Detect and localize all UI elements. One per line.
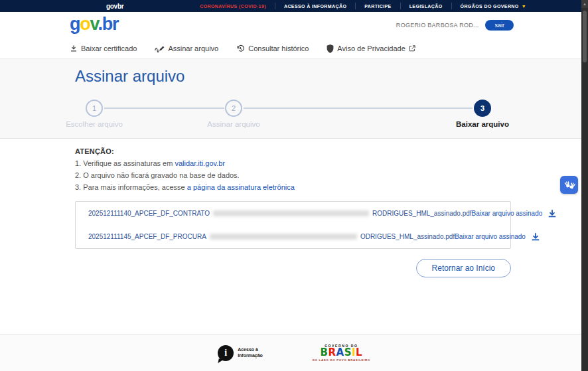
stepper-line (104, 108, 224, 109)
topbar-link-acesso-informacao[interactable]: ACESSO À INFORMAÇÃO (275, 3, 356, 9)
vertical-scrollbar[interactable]: ▲ (581, 0, 588, 371)
sign-language-hands-icon (563, 179, 575, 191)
nav-item-assinar-arquivo[interactable]: Assinar arquivo (155, 44, 218, 52)
download-signed-file-link[interactable]: Baixar arquivo assinado (472, 209, 557, 218)
notice-item-3: 3. Para mais informações, acesse a págin… (75, 184, 588, 191)
return-row: Retornar ao Início (75, 259, 511, 277)
page-hero: Assinar arquivo 1 2 3 Escolher arquivo A… (0, 58, 588, 139)
notice-item-1: 1. Verifique as assinaturas em validar.i… (75, 160, 588, 167)
scroll-up-arrow[interactable]: ▲ (581, 0, 588, 8)
external-link-icon (409, 45, 415, 52)
user-name: ROGERIO BARBOSA ROD... (396, 22, 479, 29)
stepper: 1 2 3 Escolher arquivo Assinar arquivo B… (75, 59, 511, 139)
gov-topbar: govbr CORONAVÍRUS (COVID-19) ACESSO À IN… (0, 0, 588, 12)
step-label-escolher-arquivo: Escolher arquivo (38, 120, 151, 128)
step-circle-1: 1 (86, 100, 103, 117)
notice-item-2: 2. O arquivo não ficará gravado na base … (75, 172, 588, 179)
stepper-line (244, 108, 473, 109)
history-icon (236, 44, 245, 53)
povo-brasileiro-label: DO LADO DO POVO BRASILEIRO (313, 358, 370, 362)
download-icon (548, 209, 557, 218)
step-circle-2: 2 (225, 100, 242, 117)
signature-icon (155, 45, 165, 52)
nav-item-consultar-historico[interactable]: Consultar histórico (236, 44, 309, 53)
brasil-wordmark: BRASIL (321, 348, 363, 358)
site-header: gov.br ROGERIO BARBOSA ROD... sair (0, 12, 588, 38)
file-name: 202512111145_APCEF_DF_PROCURAODRIGUES_HM… (88, 233, 455, 240)
govbr-topbar-logo[interactable]: govbr (106, 3, 123, 10)
nav-item-baixar-certificado[interactable]: Baixar certificado (70, 44, 137, 52)
download-signed-file-link[interactable]: Baixar arquivo assinado (455, 232, 540, 242)
file-row-2: PDF 202512111145_APCEF_DF_PROCURAODRIGUE… (76, 225, 510, 248)
step-circle-3: 3 (474, 100, 491, 117)
redacted-text (210, 234, 357, 240)
govbr-logo[interactable]: gov.br (70, 14, 118, 35)
step-label-assinar-arquivo: Assinar arquivo (177, 120, 290, 128)
download-icon (531, 232, 540, 242)
redacted-text (213, 210, 369, 216)
user-area: ROGERIO BARBOSA ROD... sair (396, 12, 514, 38)
topbar-link-legislacao[interactable]: LEGISLAÇÃO (401, 3, 452, 9)
governo-do-brasil-logo[interactable]: GOVERNO DO BRASIL DO LADO DO POVO BRASIL… (313, 344, 370, 362)
topbar-links: CORONAVÍRUS (COVID-19) ACESSO À INFORMAÇ… (191, 0, 535, 12)
shield-icon (327, 44, 334, 53)
step-label-baixar-arquivo: Baixar arquivo (426, 120, 539, 128)
download-icon (70, 44, 78, 52)
acesso-informacao-logo[interactable]: i Acesso à Informação (218, 345, 263, 361)
return-home-button[interactable]: Retornar ao Início (416, 259, 511, 277)
topbar-link-participe[interactable]: PARTICIPE (356, 3, 400, 9)
signed-files-list: PDF 202512111140_APCEF_DF_CONTRATORODRIG… (75, 201, 511, 249)
logout-button[interactable]: sair (485, 20, 514, 31)
link-pagina-assinatura[interactable]: a página da assinatura eletrônica (187, 183, 295, 191)
app-nav: Baixar certificado Assinar arquivo Consu… (0, 38, 588, 58)
file-row-1: PDF 202512111140_APCEF_DF_CONTRATORODRIG… (76, 202, 510, 225)
info-bubble-icon: i (218, 345, 234, 361)
topbar-link-orgaos-governo[interactable]: ÓRGÃOS DO GOVERNO ▼ (452, 3, 535, 9)
chevron-down-icon: ▼ (522, 4, 526, 9)
vlibras-accessibility-button[interactable] (560, 176, 578, 194)
nav-item-aviso-privacidade[interactable]: Aviso de Privacidade (327, 44, 415, 53)
attention-notice: ATENÇÃO: 1. Verifique as assinaturas em … (75, 139, 588, 191)
main-content: ATENÇÃO: 1. Verifique as assinaturas em … (0, 139, 588, 334)
topbar-link-coronavirus[interactable]: CORONAVÍRUS (COVID-19) (191, 3, 275, 9)
scrollbar-thumb[interactable] (583, 11, 587, 62)
footer: i Acesso à Informação GOVERNO DO BRASIL … (0, 334, 588, 371)
link-validar-iti[interactable]: validar.iti.gov.br (175, 159, 225, 167)
app-window: govbr CORONAVÍRUS (COVID-19) ACESSO À IN… (0, 0, 588, 371)
file-name: 202512111140_APCEF_DF_CONTRATORODRIGUES_… (88, 210, 472, 217)
notice-heading: ATENÇÃO: (75, 147, 588, 155)
